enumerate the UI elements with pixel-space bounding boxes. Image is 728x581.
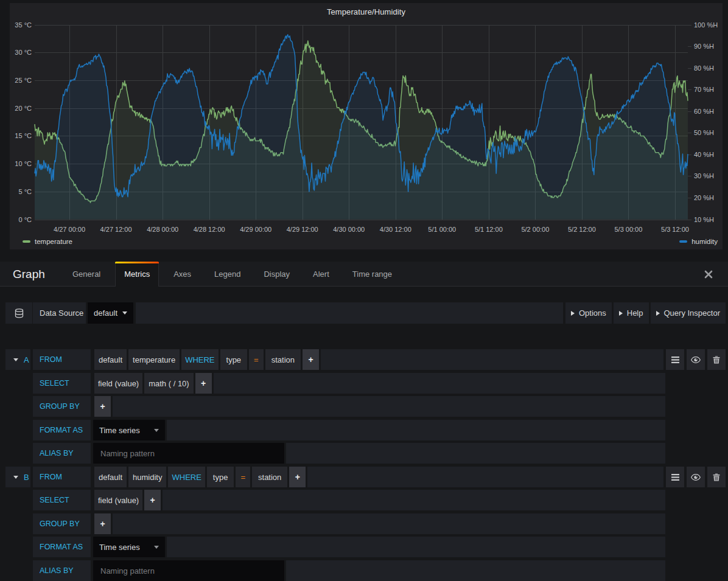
caret-right-icon xyxy=(619,311,623,316)
query-a-format-row: FORMAT AS Time series xyxy=(33,420,665,440)
grafana-panel-editor: 4/27 00:004/27 12:004/28 00:004/28 12:00… xyxy=(0,0,728,581)
graph-panel: 4/27 00:004/27 12:004/28 00:004/28 12:00… xyxy=(10,3,723,249)
tab-time-range[interactable]: Time range xyxy=(344,262,401,286)
query-b-from-measurement-segment[interactable]: humidity xyxy=(128,467,166,487)
query-a-where-key-segment[interactable]: type xyxy=(220,349,248,370)
collapse-caret-icon xyxy=(13,358,18,361)
query-b-eye-button[interactable] xyxy=(687,467,705,487)
row-filler xyxy=(167,537,665,557)
query-inspector-button[interactable]: Query Inspector xyxy=(651,302,726,324)
query-b-where-key-segment[interactable]: type xyxy=(207,467,234,487)
svg-text:60 %H: 60 %H xyxy=(694,108,714,115)
row-filler xyxy=(321,349,663,370)
svg-text:5/2 12:00: 5/2 12:00 xyxy=(568,226,596,233)
alias-by-keyword: ALIAS BY xyxy=(33,560,91,581)
query-b-menu-button[interactable] xyxy=(666,467,684,487)
row-filler xyxy=(286,560,665,581)
tab-metrics[interactable]: Metrics xyxy=(115,262,159,287)
query-a-alias-input[interactable] xyxy=(93,443,284,464)
query-a-select-row: SELECT field (value) math ( / 10) + xyxy=(33,373,665,394)
query-b-from-datasource-segment[interactable]: default xyxy=(94,467,127,487)
options-button-label: Options xyxy=(579,308,606,318)
svg-text:5/1 00:00: 5/1 00:00 xyxy=(428,226,456,233)
query-b-collapse-toggle[interactable]: B xyxy=(5,467,30,487)
svg-text:5/2 00:00: 5/2 00:00 xyxy=(521,226,549,233)
row-filler xyxy=(167,420,665,440)
query-ref-letter: A xyxy=(24,355,29,364)
query-b-format-select[interactable]: Time series xyxy=(93,537,165,557)
caret-down-icon xyxy=(122,311,127,315)
query-b-trash-button[interactable] xyxy=(707,467,726,487)
legend-swatch-humidity xyxy=(679,240,687,243)
tab-alert[interactable]: Alert xyxy=(304,262,338,286)
query-b-where-add-button[interactable]: + xyxy=(289,467,306,487)
query-b-select-add-button[interactable]: + xyxy=(144,490,161,510)
close-icon[interactable] xyxy=(704,270,713,279)
legend-item-humidity[interactable]: humidity xyxy=(679,238,718,245)
svg-text:4/29 00:00: 4/29 00:00 xyxy=(240,226,271,233)
query-b-alias-row: ALIAS BY xyxy=(33,560,665,581)
query-a-where-value-segment[interactable]: station xyxy=(265,349,301,370)
svg-text:10 °C: 10 °C xyxy=(15,160,32,167)
svg-text:25 °C: 25 °C xyxy=(15,77,32,84)
legend-swatch-temperature xyxy=(23,240,30,243)
query-a-trash-button[interactable] xyxy=(707,349,726,370)
query-b-format-value: Time series xyxy=(99,543,140,552)
tab-general[interactable]: General xyxy=(64,262,109,286)
query-a-groupby-add-button[interactable]: + xyxy=(94,396,111,417)
groupby-keyword: GROUP BY xyxy=(33,513,91,534)
row-filler xyxy=(214,373,665,394)
query-a-select-field-segment[interactable]: field (value) xyxy=(94,373,142,394)
datasource-value: default xyxy=(94,308,117,318)
svg-text:4/28 00:00: 4/28 00:00 xyxy=(147,226,178,233)
svg-text:4/27 12:00: 4/27 12:00 xyxy=(100,226,132,233)
svg-text:15 °C: 15 °C xyxy=(15,132,32,139)
svg-text:20 %H: 20 %H xyxy=(694,194,714,201)
query-a-select-add-button[interactable]: + xyxy=(195,373,212,394)
tab-display[interactable]: Display xyxy=(255,262,298,286)
query-a-where-operator-segment[interactable]: = xyxy=(249,349,264,370)
svg-text:5/3 12:00: 5/3 12:00 xyxy=(661,226,689,233)
tab-axes[interactable]: Axes xyxy=(165,262,200,286)
svg-text:90 %H: 90 %H xyxy=(694,43,714,50)
svg-text:4/28 12:00: 4/28 12:00 xyxy=(194,226,225,233)
help-button[interactable]: Help xyxy=(614,302,649,324)
svg-text:100 %H: 100 %H xyxy=(694,21,718,29)
query-a-groupby-row: GROUP BY + xyxy=(33,396,665,417)
options-button[interactable]: Options xyxy=(565,302,612,324)
svg-text:40 %H: 40 %H xyxy=(694,151,714,158)
svg-text:5/1 12:00: 5/1 12:00 xyxy=(475,226,503,233)
query-b-groupby-add-button[interactable]: + xyxy=(94,513,111,534)
query-b-select-field-segment[interactable]: field (value) xyxy=(94,490,142,510)
query-a-from-measurement-segment[interactable]: temperature xyxy=(128,349,180,370)
panel-type-title: Graph xyxy=(13,262,45,286)
groupby-keyword: GROUP BY xyxy=(33,396,91,417)
row-filler xyxy=(307,467,663,487)
query-a-collapse-toggle[interactable]: A xyxy=(5,349,30,370)
svg-text:4/30 12:00: 4/30 12:00 xyxy=(380,226,411,233)
query-a-eye-button[interactable] xyxy=(687,349,705,370)
query-b-select-row: SELECT field (value) + xyxy=(33,490,665,510)
query-a-where-add-button[interactable]: + xyxy=(303,349,319,370)
alias-by-keyword: ALIAS BY xyxy=(33,443,91,464)
menu-icon xyxy=(671,357,679,363)
row-filler xyxy=(286,443,665,464)
query-b-where-value-segment[interactable]: station xyxy=(252,467,287,487)
caret-down-icon xyxy=(154,546,159,549)
query-b-where-operator-segment[interactable]: = xyxy=(236,467,250,487)
select-keyword: SELECT xyxy=(33,373,91,394)
chart-plot[interactable]: 4/27 00:004/27 12:004/28 00:004/28 12:00… xyxy=(10,3,723,249)
tab-legend[interactable]: Legend xyxy=(206,262,249,286)
svg-text:20 °C: 20 °C xyxy=(15,105,32,112)
datasource-select[interactable]: default xyxy=(88,302,133,324)
format-as-keyword: FORMAT AS xyxy=(33,537,91,557)
query-a-format-select[interactable]: Time series xyxy=(93,420,165,440)
svg-text:0 °C: 0 °C xyxy=(18,216,32,223)
legend-item-temperature[interactable]: temperature xyxy=(23,238,72,245)
svg-text:35 °C: 35 °C xyxy=(15,21,32,29)
query-a-menu-button[interactable] xyxy=(666,349,684,370)
query-b-alias-input[interactable] xyxy=(93,560,284,581)
query-a-select-math-segment[interactable]: math ( / 10) xyxy=(144,373,193,394)
query-b-where-keyword: WHERE xyxy=(168,467,205,487)
query-a-from-datasource-segment[interactable]: default xyxy=(94,349,127,370)
